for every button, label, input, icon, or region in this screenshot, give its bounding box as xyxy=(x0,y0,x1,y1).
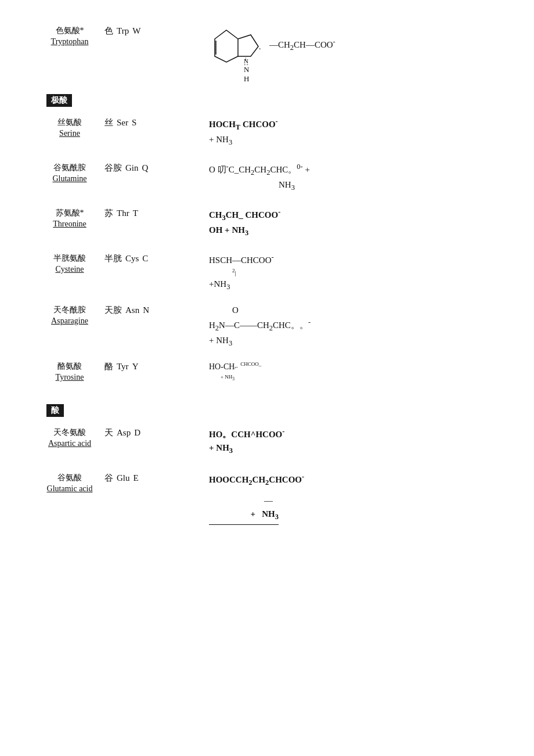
abbrev-chinese: 丝 xyxy=(104,117,113,128)
underline xyxy=(209,524,279,525)
section-polar-header: 极酸 xyxy=(46,94,499,107)
formula-line1: O 叨-C_CH2CH2CHC。0- + xyxy=(209,161,310,178)
formula-serine: HOCHT CHCOO- + NH3 xyxy=(209,115,499,148)
formula-aspartic: HO。CCH^HCOO- + NH3 xyxy=(209,425,499,456)
abbrev-three: Gin xyxy=(125,163,139,173)
page-container: 色氨酸* Tryptophan 色 Trp W N i xyxy=(35,23,499,525)
chinese-label: 谷氨酰胺 xyxy=(53,163,86,173)
formula-line1: HO。CCH^HCOO- xyxy=(209,426,284,441)
english-label: Tryptophan xyxy=(51,37,89,46)
chinese-label: 酪氨酸 xyxy=(57,361,82,372)
chinese-name-aspartic: 天冬氨酸 Aspartic acid xyxy=(35,425,104,448)
chinese-label: 苏氨酸* xyxy=(56,208,84,218)
formula-line2: OH + NH3 xyxy=(209,224,248,239)
abbrev-one: S xyxy=(132,118,136,128)
indole-formula: N i H . —CH2CH—COO- xyxy=(209,24,335,65)
abbrev-three: Trp xyxy=(117,26,129,36)
abbrev-cysteine: 半胱 Cys C xyxy=(104,251,209,264)
amino-row-tyrosine: 酪氨酸 Tyrosine 酪 Tyr Y HO-CH⌐ CHCOO_ + NH3 xyxy=(35,359,499,394)
abbrev-one: E xyxy=(134,473,139,483)
section-polar-label: 极酸 xyxy=(46,94,72,107)
formula-tyrosine: HO-CH⌐ CHCOO_ + NH3 xyxy=(209,359,499,384)
abbrev-three: Glu xyxy=(117,473,130,483)
chinese-name-cysteine: 半胱氨酸 Cysteine xyxy=(35,251,104,274)
chinese-label: 丝氨酸 xyxy=(57,117,82,128)
formula-text-trp: —CH2CH—COO- xyxy=(269,38,335,52)
formula-dash: — xyxy=(209,494,284,507)
abbrev-chinese: 谷胺 xyxy=(104,163,122,174)
abbrev-aspartic: 天 Asp D xyxy=(104,425,209,438)
abbrev-one: Q xyxy=(142,163,149,173)
formula-cysteine: HSCH—CHCOO- 2| +NH3 xyxy=(209,251,499,292)
abbrev-threonine: 苏 Thr T xyxy=(104,206,209,219)
abbrev-three: Tyr xyxy=(117,362,129,372)
abbrev-chinese: 半胱 xyxy=(104,253,122,264)
formula-line2: + NH3 xyxy=(221,373,234,384)
abbrev-chinese: 色 xyxy=(104,26,113,37)
abbrev-one: W xyxy=(132,26,140,36)
formula-line2: + NH3 xyxy=(209,133,232,148)
formula-line2: +NH3 xyxy=(209,278,230,293)
abbrev-chinese: 天 xyxy=(104,427,113,438)
abbrev-one: T xyxy=(133,208,138,218)
abbrev-chinese: 酪 xyxy=(104,361,113,372)
formula-glutamine: O 叨-C_CH2CH2CHC。0- + NH3 xyxy=(209,160,499,193)
section-acidic-header: 酸 xyxy=(46,404,499,417)
formula-line2: + NH3 xyxy=(209,441,233,456)
abbrev-three: Asp xyxy=(117,428,131,438)
section-acidic-label: 酸 xyxy=(46,404,64,417)
formula-line2: + NH3 xyxy=(209,334,232,349)
svg-text:.: . xyxy=(259,42,261,51)
amino-row-tryptophan: 色氨酸* Tryptophan 色 Trp W N i xyxy=(35,23,499,84)
abbrev-one: Y xyxy=(132,362,139,372)
indole-ring-svg: N i H . xyxy=(209,24,267,65)
chinese-name-tryptophan: 色氨酸* Tryptophan xyxy=(35,23,104,46)
english-label: Asparagine xyxy=(51,316,88,326)
formula-sub2: 2| xyxy=(232,267,236,278)
abbrev-glutamic: 谷 Glu E xyxy=(104,470,209,484)
abbrev-chinese: 谷 xyxy=(104,473,113,484)
formula-line1: CH3CH_ CHCOO- xyxy=(209,207,280,224)
chinese-label: 色氨酸* xyxy=(56,26,84,36)
chinese-name-glutamic: 谷氨酸 Glutamic acid xyxy=(35,470,104,494)
formula-glutamic: HOOCCH2CH2CHCOO- — + NH3 xyxy=(209,470,499,525)
chinese-name-threonine: 苏氨酸* Threonine xyxy=(35,206,104,229)
formula-line1: HOOCCH2CH2CHCOO- xyxy=(209,471,304,488)
abbrev-glutamine: 谷胺 Gin Q xyxy=(104,160,209,174)
english-label: Cysteine xyxy=(56,265,84,274)
english-label: Threonine xyxy=(53,219,86,229)
abbrev-tyrosine: 酪 Tyr Y xyxy=(104,359,209,372)
abbrev-three: Thr xyxy=(117,208,129,218)
english-label: Tyrosine xyxy=(56,373,84,382)
formula-line0: O xyxy=(232,304,239,317)
chinese-label: 天冬酰胺 xyxy=(53,305,86,315)
chinese-name-tyrosine: 酪氨酸 Tyrosine xyxy=(35,359,104,382)
formula-line1: HO-CH⌐ CHCOO_ xyxy=(209,360,261,373)
abbrev-one: N xyxy=(143,305,149,315)
abbrev-serine: 丝 Ser S xyxy=(104,115,209,128)
chinese-label: 天冬氨酸 xyxy=(53,427,86,438)
amino-row-glutamic: 谷氨酸 Glutamic acid 谷 Glu E HOOCCH2CH2CHCO… xyxy=(35,470,499,525)
formula-line1: HSCH—CHCOO- xyxy=(209,252,274,267)
chinese-label: 谷氨酸 xyxy=(57,473,82,483)
formula-extra: — + NH3 xyxy=(209,494,284,525)
chinese-name-serine: 丝氨酸 Serine xyxy=(35,115,104,138)
abbrev-three: Asn xyxy=(125,305,139,315)
abbrev-asparagine: 天胺 Asn N xyxy=(104,303,209,316)
amino-row-glutamine: 谷氨酰胺 Glutamine 谷胺 Gin Q O 叨-C_CH2CH2CHC。… xyxy=(35,160,499,195)
abbrev-chinese: 天胺 xyxy=(104,305,122,316)
english-label: Glutamine xyxy=(52,174,86,183)
english-label: Aspartic acid xyxy=(48,439,91,448)
amino-row-serine: 丝氨酸 Serine 丝 Ser S HOCHT CHCOO- + NH3 xyxy=(35,115,499,150)
chinese-label: 半胱氨酸 xyxy=(53,253,86,264)
formula-nh3: + NH3 xyxy=(209,507,284,523)
english-label: Serine xyxy=(59,129,80,138)
amino-row-asparagine: 天冬酰胺 Asparagine 天胺 Asn N O H2N—C——CH2CHC… xyxy=(35,303,499,348)
abbrev-three: Ser xyxy=(117,118,128,128)
chinese-name-asparagine: 天冬酰胺 Asparagine xyxy=(35,303,104,326)
amino-row-cysteine: 半胱氨酸 Cysteine 半胱 Cys C HSCH—CHCOO- 2| +N… xyxy=(35,251,499,292)
formula-line2: NH3 xyxy=(209,178,295,193)
formula-asparagine: O H2N—C——CH2CHC。。- + NH3 xyxy=(209,303,499,348)
formula-tryptophan: N i H . —CH2CH—COO- N H xyxy=(209,23,499,84)
formula-line1: H2N—C——CH2CHC。。- xyxy=(209,317,311,334)
